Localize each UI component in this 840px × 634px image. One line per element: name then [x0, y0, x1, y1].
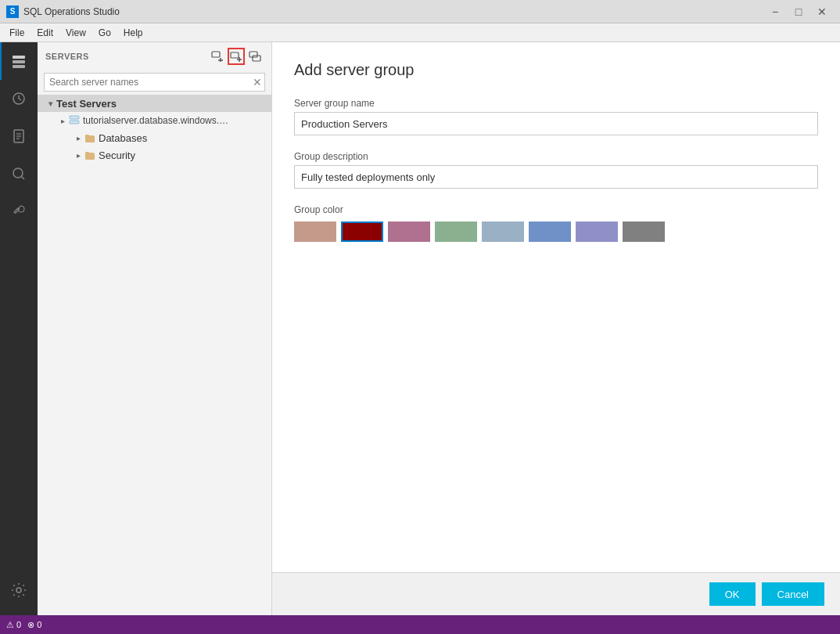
menu-bar: File Edit View Go Help: [0, 23, 840, 42]
search-box: ✕: [44, 73, 265, 92]
sidebar: SERVERS: [38, 42, 272, 615]
desc-label: Group description: [294, 151, 818, 162]
svg-line-5: [19, 99, 21, 100]
title-bar: S SQL Operations Studio − □ ✕: [0, 0, 840, 23]
color-swatch-dark-red[interactable]: [341, 222, 383, 242]
activity-servers[interactable]: [0, 42, 38, 80]
status-bar: ⚠ 0 ⊗ 0: [0, 615, 840, 634]
sidebar-header: SERVERS: [38, 42, 271, 70]
app-icon-text: S: [10, 7, 16, 16]
add-server-group-button[interactable]: [228, 48, 245, 65]
svg-rect-19: [249, 52, 257, 57]
warning-icon: ⚠: [6, 620, 14, 630]
app-icon: S: [6, 5, 19, 18]
search-clear-icon[interactable]: ✕: [253, 76, 262, 88]
svg-rect-16: [231, 52, 239, 58]
dialog-footer: OK Cancel: [272, 572, 840, 615]
activity-settings[interactable]: [0, 571, 38, 609]
server-icon: [69, 115, 80, 127]
folder-databases-icon: [84, 133, 95, 142]
color-swatch-sage[interactable]: [435, 222, 477, 242]
new-connection-icon: [211, 50, 224, 63]
svg-rect-13: [212, 52, 220, 57]
tree-server-item[interactable]: ▸ tutorialserver.database.windows.net, .…: [38, 112, 271, 129]
wrench-icon: [10, 203, 27, 220]
color-label: Group color: [294, 204, 818, 215]
cancel-button[interactable]: Cancel: [762, 582, 824, 606]
databases-label: Databases: [99, 132, 147, 144]
activity-history[interactable]: [0, 80, 38, 117]
name-form-group: Server group name: [294, 98, 818, 135]
activity-search[interactable]: [0, 155, 38, 193]
sidebar-actions: [209, 48, 264, 65]
svg-line-11: [22, 177, 25, 180]
svg-rect-22: [70, 121, 79, 124]
color-form-group: Group color: [294, 204, 818, 242]
dialog-container: Add server group Server group name Group…: [272, 42, 840, 572]
close-button[interactable]: ✕: [810, 0, 834, 23]
server-label: tutorialserver.database.windows.net, ...: [83, 115, 232, 126]
tree-databases-folder[interactable]: ▸ Databases: [38, 129, 271, 146]
window-controls: − □ ✕: [763, 0, 834, 23]
tree-security-folder[interactable]: ▸ Security: [38, 146, 271, 164]
error-status: ⊗ 0: [27, 620, 41, 630]
svg-rect-1: [13, 60, 25, 63]
svg-point-10: [13, 168, 23, 178]
svg-rect-20: [253, 56, 260, 61]
right-panel: Add server group Server group name Group…: [272, 42, 840, 615]
color-swatch-rose[interactable]: [294, 222, 336, 242]
history-icon: [10, 90, 27, 107]
warning-status: ⚠ 0: [6, 620, 21, 630]
color-swatch-blue[interactable]: [529, 222, 571, 242]
color-swatches: [294, 222, 818, 242]
color-swatch-gray[interactable]: [623, 222, 665, 242]
main-layout: SERVERS: [0, 42, 840, 615]
color-swatch-mauve[interactable]: [388, 222, 430, 242]
error-icon: ⊗: [27, 620, 34, 630]
chevron-down-icon: ▾: [44, 97, 56, 110]
server-group-name-input[interactable]: [294, 112, 818, 135]
ok-button[interactable]: OK: [709, 582, 756, 606]
error-count: 0: [37, 620, 41, 629]
color-swatch-lavender[interactable]: [576, 222, 618, 242]
desc-form-group: Group description: [294, 151, 818, 189]
add-group-icon: [230, 50, 242, 63]
chevron-right-icon: ▸: [72, 149, 84, 161]
activity-bar: [0, 42, 38, 615]
file-icon: [10, 128, 27, 145]
dialog-title: Add server group: [294, 61, 818, 79]
collapse-icon: [249, 50, 261, 63]
collapse-all-button[interactable]: [246, 48, 264, 65]
menu-help[interactable]: Help: [117, 26, 149, 40]
tree-group-test-servers[interactable]: ▾ Test Servers: [38, 95, 271, 112]
database-server-icon: [69, 115, 80, 124]
name-label: Server group name: [294, 98, 818, 109]
sidebar-title: SERVERS: [45, 52, 89, 61]
activity-explorer[interactable]: [0, 117, 38, 155]
search-icon: [10, 165, 27, 182]
new-connection-button[interactable]: [209, 48, 226, 65]
group-description-input[interactable]: [294, 165, 818, 189]
svg-rect-21: [70, 116, 79, 119]
folder-icon: [84, 133, 95, 142]
color-swatch-steel-blue[interactable]: [482, 222, 524, 242]
minimize-button[interactable]: −: [763, 0, 787, 23]
server-tree: ▾ Test Servers ▸ tutorialserver.database…: [38, 95, 271, 615]
menu-view[interactable]: View: [59, 26, 92, 40]
activity-tools[interactable]: [0, 193, 38, 230]
gear-icon: [11, 582, 27, 598]
menu-edit[interactable]: Edit: [31, 26, 59, 40]
security-label: Security: [99, 149, 135, 161]
group-label: Test Servers: [56, 98, 117, 110]
svg-point-12: [16, 588, 21, 593]
restore-button[interactable]: □: [787, 0, 810, 23]
warning-count: 0: [16, 620, 21, 629]
folder-security-icon: [84, 150, 95, 160]
security-folder-icon: [84, 150, 95, 160]
menu-file[interactable]: File: [3, 26, 31, 40]
menu-go[interactable]: Go: [92, 26, 117, 40]
svg-rect-2: [13, 65, 25, 68]
search-input[interactable]: [44, 73, 265, 92]
chevron-right-icon: ▸: [72, 131, 84, 144]
app-title: SQL Operations Studio: [23, 6, 759, 17]
